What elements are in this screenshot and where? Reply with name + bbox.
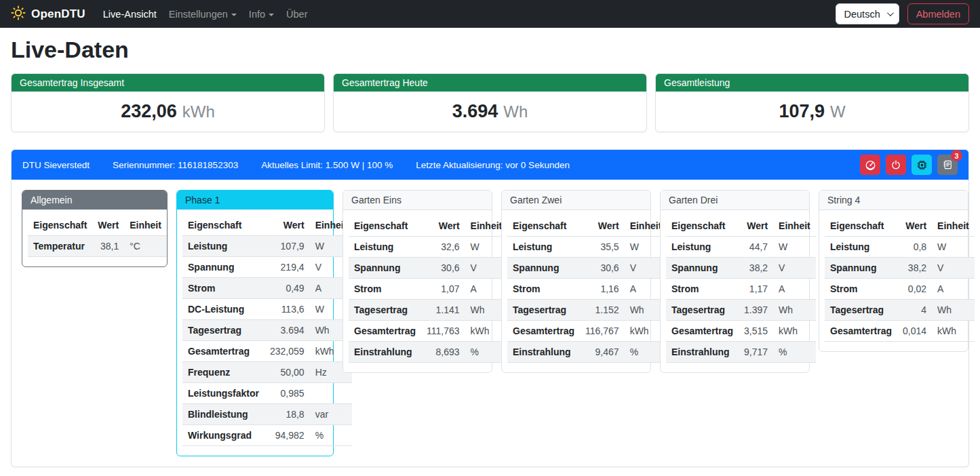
row-value: 1.141: [421, 300, 465, 321]
row-property: Leistung: [182, 236, 264, 257]
logout-button[interactable]: Abmelden: [907, 3, 969, 24]
table-row: Gesamtertrag116,767kWh: [507, 321, 667, 342]
row-property: DC-Leistung: [182, 299, 264, 320]
table-header-row: Eigenschaft Wert Einheit: [507, 216, 667, 237]
table-row: Einstrahlung9,467%: [507, 342, 667, 363]
nav-item-einstellungen[interactable]: Einstellungen: [163, 5, 242, 24]
row-property: Gesamtertrag: [182, 341, 264, 362]
row-property: Wirkungsgrad: [182, 425, 264, 446]
panel-title: Garten Eins: [343, 191, 492, 210]
row-value: 0,014: [897, 321, 932, 342]
row-property: Tagesertrag: [349, 300, 421, 321]
table-row: Gesamtertrag3,515kWh: [666, 321, 816, 342]
row-value: 113,6: [264, 299, 310, 320]
summary-card-title: Gesamtleistung: [656, 74, 968, 92]
power-button[interactable]: [886, 155, 906, 175]
row-value: 3.694: [264, 320, 310, 341]
panel-table: Eigenschaft Wert Einheit Leistung107,9WS…: [182, 215, 352, 446]
summary-card-title: Gesamtertrag Heute: [334, 74, 646, 92]
row-value: 3,515: [739, 321, 773, 342]
table-row: Strom1,16A: [507, 279, 667, 300]
device-info-button[interactable]: [912, 155, 932, 175]
inverter-panel: Phase 1 Eigenschaft Wert Einheit Leistun…: [176, 190, 334, 456]
row-property: Leistungsfaktor: [182, 383, 264, 404]
row-property: Strom: [666, 279, 739, 300]
row-value: 111,763: [421, 321, 465, 342]
table-row: Strom0,02A: [825, 279, 975, 300]
table-row: Gesamtertrag0,014kWh: [825, 321, 975, 342]
row-value: 4: [897, 300, 932, 321]
row-value: 1,07: [421, 279, 465, 300]
table-row: Spannung30,6V: [349, 258, 507, 279]
inverter-panel: Garten Eins Eigenschaft Wert Einheit Lei…: [342, 190, 492, 373]
row-value: 9,467: [580, 342, 625, 363]
chevron-down-icon: [231, 14, 237, 16]
row-unit: %: [310, 425, 353, 446]
summary-unit: Wh: [503, 102, 528, 121]
inverter-name: DTU Sieverstedt: [22, 160, 90, 170]
inverter-header: DTU Sieverstedt Seriennummer: 1161818523…: [12, 150, 968, 180]
event-log-button[interactable]: 3: [937, 155, 958, 175]
panel-title: Allgemein: [22, 191, 167, 210]
limit-settings-button[interactable]: [860, 155, 880, 175]
row-value: 32,6: [421, 237, 465, 258]
row-property: Spannung: [825, 258, 897, 279]
summary-card-title: Gesamtertrag Insgesamt: [12, 74, 324, 92]
language-selected-value: Deutsch: [844, 9, 880, 20]
row-unit: W: [773, 237, 816, 258]
language-select[interactable]: Deutsch: [836, 3, 899, 24]
row-unit: W: [932, 237, 975, 258]
row-unit: Wh: [932, 300, 975, 321]
row-value: 116,767: [580, 321, 625, 342]
panel-table: Eigenschaft Wert Einheit Leistung0,8WSpa…: [825, 216, 975, 342]
nav-item-live-ansicht[interactable]: Live-Ansicht: [98, 5, 162, 24]
row-property: Spannung: [666, 258, 739, 279]
row-value: 94,982: [264, 425, 310, 446]
table-row: DC-Leistung113,6W: [182, 299, 352, 320]
page-title: Live-Daten: [11, 37, 969, 63]
row-property: Einstrahlung: [666, 342, 739, 363]
row-unit: kWh: [773, 321, 816, 342]
table-header-row: Eigenschaft Wert Einheit: [182, 215, 352, 236]
panel-title: String 4: [819, 191, 968, 210]
sun-icon: [11, 5, 26, 23]
col-header-value: Wert: [264, 215, 310, 236]
table-row: Spannung38,2V: [825, 258, 975, 279]
brand-link[interactable]: OpenDTU: [11, 5, 85, 23]
table-row: Blindleistung18,8var: [182, 404, 352, 425]
col-header-property: Eigenschaft: [507, 216, 580, 237]
table-header-row: Eigenschaft Wert Einheit: [28, 215, 167, 236]
cpu-chip-icon: [916, 159, 928, 171]
table-row: Strom0,49A: [182, 278, 352, 299]
table-row: Leistung32,6W: [349, 237, 507, 258]
inverter-panel: Garten Drei Eigenschaft Wert Einheit Lei…: [660, 190, 810, 373]
row-value: 38,2: [897, 258, 932, 279]
panel-title: Garten Drei: [661, 191, 809, 210]
row-property: Leistung: [825, 237, 897, 258]
panel-table: Eigenschaft Wert Einheit Temperatur38,1°…: [28, 215, 167, 257]
main-nav: Live-Ansicht Einstellungen Info Über: [98, 5, 313, 24]
brand-label: OpenDTU: [31, 7, 85, 21]
row-value: 30,6: [580, 258, 625, 279]
col-header-value: Wert: [92, 215, 124, 236]
table-row: Frequenz50,00Hz: [182, 362, 352, 383]
row-value: 0,8: [897, 237, 932, 258]
main-content: Live-Daten Gesamtertrag Insgesamt 232,06…: [0, 37, 980, 467]
nav-item--ber[interactable]: Über: [281, 5, 313, 24]
nav-item-info[interactable]: Info: [243, 5, 279, 24]
table-row: Tagesertrag3.694Wh: [182, 320, 352, 341]
summary-value: 3.694: [452, 101, 498, 122]
row-property: Strom: [349, 279, 421, 300]
inverter-panel: Garten Zwei Eigenschaft Wert Einheit Lei…: [501, 190, 651, 373]
row-unit: kWh: [932, 321, 975, 342]
table-header-row: Eigenschaft Wert Einheit: [666, 216, 816, 237]
panel-title: Phase 1: [177, 191, 333, 210]
table-row: Leistung44,7W: [666, 237, 816, 258]
speedometer-icon: [865, 159, 876, 171]
inverter-card: DTU Sieverstedt Seriennummer: 1161818523…: [11, 149, 969, 467]
row-unit: °C: [124, 236, 167, 257]
summary-unit: W: [830, 102, 846, 121]
col-header-property: Eigenschaft: [182, 215, 264, 236]
table-row: Spannung38,2V: [666, 258, 816, 279]
table-row: Einstrahlung8,693%: [349, 342, 507, 363]
